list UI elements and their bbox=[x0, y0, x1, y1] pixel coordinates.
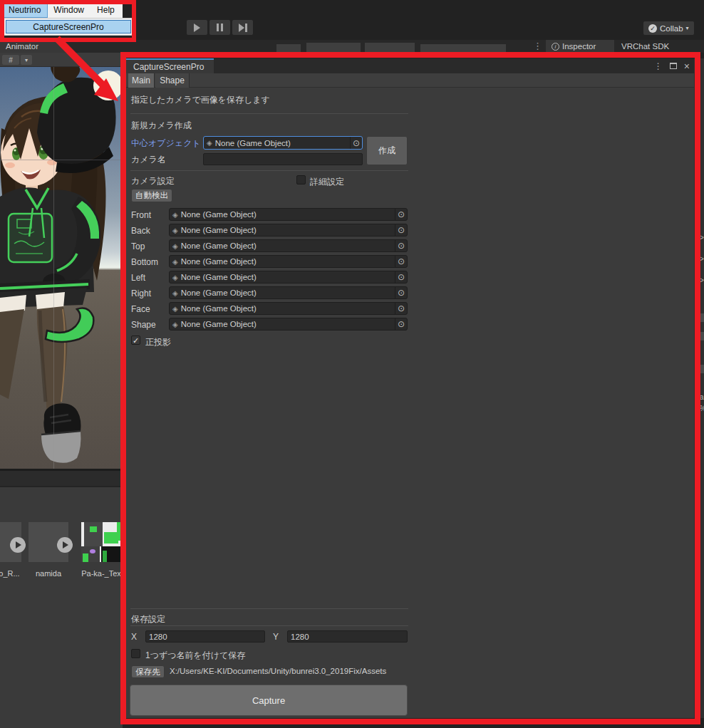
asset-thumbnail-texture[interactable] bbox=[81, 522, 121, 562]
direction-object-field[interactable]: ◈ None (Game Object) ⊙ bbox=[169, 286, 408, 299]
auto-detect-label: 自動検出 bbox=[135, 190, 168, 201]
tab-inspector[interactable]: i Inspector bbox=[546, 40, 614, 53]
gameobject-cube-icon: ◈ bbox=[172, 289, 178, 297]
x-size-input[interactable] bbox=[145, 630, 265, 643]
y-size-input[interactable] bbox=[287, 630, 408, 643]
menu-item-help[interactable]: Help bbox=[90, 3, 121, 17]
object-field-value: None (Game Object) bbox=[181, 320, 257, 328]
direction-row-label: Bottom bbox=[131, 257, 158, 267]
menu-item-window[interactable]: Window bbox=[47, 3, 90, 17]
pause-button[interactable] bbox=[209, 20, 230, 35]
direction-object-field[interactable]: ◈ None (Game Object) ⊙ bbox=[169, 208, 408, 221]
section-new-camera: 新規カメラ作成 bbox=[131, 120, 192, 132]
object-picker-icon[interactable]: ⊙ bbox=[395, 287, 407, 298]
menu-dropdown: CaptureScreenPro bbox=[2, 18, 135, 36]
menu-bar: Neutrino Window Help bbox=[2, 2, 123, 18]
object-picker-icon[interactable]: ⊙ bbox=[395, 256, 407, 267]
menu-item-capturescreenpro[interactable]: CaptureScreenPro bbox=[6, 20, 131, 33]
tab-shape-label: Shape bbox=[160, 76, 185, 85]
direction-object-field[interactable]: ◈ None (Game Object) ⊙ bbox=[169, 271, 408, 284]
project-panel: o_R... namida Pa-ka-_Tex bbox=[0, 469, 123, 728]
direction-object-field[interactable]: ◈ None (Game Object) ⊙ bbox=[169, 318, 408, 331]
gameobject-cube-icon: ◈ bbox=[172, 211, 178, 219]
character-avatar bbox=[0, 67, 123, 469]
tab-animator[interactable]: Animator bbox=[0, 40, 66, 53]
menu-item-neutrino[interactable]: Neutrino bbox=[2, 3, 47, 17]
chevron-icon: > bbox=[700, 255, 704, 263]
kebab-menu-icon[interactable]: ⋮ bbox=[654, 61, 663, 71]
object-field-value: None (Game Object) bbox=[181, 304, 257, 313]
play-badge-icon[interactable] bbox=[10, 537, 26, 553]
tab-vrchat-sdk[interactable]: VRChat SDK bbox=[616, 40, 678, 53]
collab-check-icon: ✓ bbox=[648, 24, 657, 33]
object-picker-icon[interactable]: ⊙ bbox=[395, 240, 407, 251]
chevron-icon: > bbox=[700, 276, 704, 284]
collab-button[interactable]: ✓ Collab ▾ bbox=[643, 21, 694, 35]
capturescreenpro-window: CaptureScreenPro ⋮ × Main Shape 指定したカメラで… bbox=[125, 58, 694, 718]
object-picker-icon[interactable]: ⊙ bbox=[395, 318, 407, 330]
object-field-value: None (Game Object) bbox=[181, 226, 257, 234]
create-button[interactable]: 作成 bbox=[366, 136, 408, 165]
orthographic-label: 正投影 bbox=[145, 336, 171, 348]
chevron-down-icon: ▾ bbox=[686, 25, 689, 31]
gameobject-cube-icon: ◈ bbox=[172, 242, 178, 250]
tab-main-label: Main bbox=[132, 76, 150, 85]
play-icon bbox=[194, 24, 200, 32]
section-save-settings: 保存設定 bbox=[131, 613, 165, 625]
scene-gridline-horizontal bbox=[0, 160, 123, 160]
close-icon[interactable]: × bbox=[684, 61, 690, 72]
center-object-field[interactable]: ◈ None (Game Object) ⊙ bbox=[203, 136, 363, 150]
object-picker-icon[interactable]: ⊙ bbox=[350, 137, 362, 149]
gameobject-cube-icon: ◈ bbox=[207, 139, 212, 147]
scene-viewport[interactable] bbox=[0, 67, 123, 469]
check-icon: ✓ bbox=[133, 336, 139, 345]
maximize-icon[interactable] bbox=[670, 63, 677, 69]
direction-object-field[interactable]: ◈ None (Game Object) ⊙ bbox=[169, 239, 408, 252]
capture-button[interactable]: Capture bbox=[130, 685, 408, 716]
save-path-button[interactable]: 保存先 bbox=[131, 665, 165, 678]
gameobject-cube-icon: ◈ bbox=[172, 274, 178, 281]
direction-object-field[interactable]: ◈ None (Game Object) ⊙ bbox=[169, 224, 408, 236]
grid-icon: # bbox=[9, 56, 13, 64]
object-picker-icon[interactable]: ⊙ bbox=[395, 271, 407, 283]
scene-gridline-vertical bbox=[53, 67, 54, 469]
window-tab[interactable]: CaptureScreenPro bbox=[125, 58, 214, 73]
grid-toggle-button[interactable]: # bbox=[2, 55, 19, 65]
gameobject-cube-icon: ◈ bbox=[172, 258, 178, 266]
y-label: Y bbox=[273, 632, 279, 642]
direction-object-field[interactable]: ◈ None (Game Object) ⊙ bbox=[169, 255, 408, 268]
advanced-settings-checkbox[interactable] bbox=[296, 175, 306, 184]
kebab-menu-icon[interactable]: ⋮ bbox=[533, 41, 542, 51]
orthographic-checkbox[interactable]: ✓ bbox=[131, 336, 140, 345]
tab-vrchat-label: VRChat SDK bbox=[621, 42, 669, 51]
play-controls bbox=[187, 20, 253, 35]
object-picker-icon[interactable]: ⊙ bbox=[395, 303, 407, 314]
direction-row-label: Face bbox=[131, 304, 150, 314]
object-field-value: None (Game Object) bbox=[215, 139, 291, 147]
asset-label: Pa-ka-_Tex bbox=[80, 569, 123, 578]
individual-name-label: 1つずつ名前を付けて保存 bbox=[145, 650, 245, 662]
gameobject-cube-icon: ◈ bbox=[172, 305, 178, 313]
advanced-settings-label: 詳細設定 bbox=[310, 176, 344, 188]
object-picker-icon[interactable]: ⊙ bbox=[395, 209, 407, 220]
edge-fragment: % bbox=[700, 405, 704, 412]
asset-label: namida bbox=[29, 569, 68, 578]
animator-toolbar: # ▾ bbox=[0, 53, 123, 67]
window-toolbar: Main Shape bbox=[125, 73, 694, 88]
create-button-label: 作成 bbox=[378, 145, 395, 157]
camera-name-input[interactable] bbox=[203, 153, 363, 165]
tab-main[interactable]: Main bbox=[128, 73, 155, 88]
tab-shape[interactable]: Shape bbox=[155, 73, 190, 88]
auto-detect-button[interactable]: 自動検出 bbox=[131, 189, 172, 202]
direction-object-field[interactable]: ◈ None (Game Object) ⊙ bbox=[169, 302, 408, 315]
grid-dropdown-button[interactable]: ▾ bbox=[21, 55, 32, 65]
asset-label: o_R... bbox=[0, 569, 24, 578]
step-button[interactable] bbox=[232, 20, 253, 35]
tab-inspector-label: Inspector bbox=[562, 42, 596, 51]
individual-name-checkbox[interactable] bbox=[131, 649, 140, 658]
play-badge-icon[interactable] bbox=[57, 537, 73, 553]
direction-row-label: Top bbox=[131, 241, 145, 251]
play-button[interactable] bbox=[187, 20, 207, 35]
object-picker-icon[interactable]: ⊙ bbox=[395, 224, 407, 236]
x-label: X bbox=[131, 632, 137, 642]
